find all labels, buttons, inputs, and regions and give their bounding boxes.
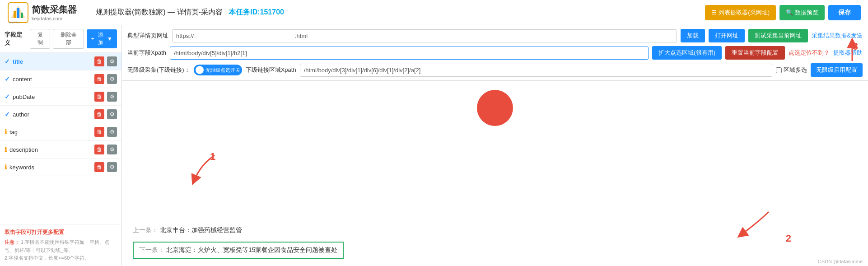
collect-result-link[interactable]: 采集结果数据&发送	[812, 32, 863, 40]
field-delete-tag[interactable]: 🗑	[94, 127, 104, 137]
multi-select-checkbox-label[interactable]: 区域多选	[776, 66, 807, 74]
field-delete-pubdate[interactable]: 🗑	[94, 92, 104, 102]
arrow-1-svg	[187, 151, 224, 187]
sidebar-label: 字段定义	[5, 31, 27, 47]
field-name-description: description	[9, 146, 92, 153]
list-icon: ☰	[711, 9, 717, 16]
unlimited-label: 无限级采集(下级链接)：	[127, 66, 190, 74]
field-list: ✓ title 🗑 ⚙ ✓ content 🗑 ⚙ ✓ pubDate 🗑 ⚙	[0, 53, 121, 224]
load-button[interactable]: 加载	[681, 29, 705, 42]
search-icon: 🔍	[786, 9, 793, 16]
field-delete-keywords[interactable]: 🗑	[94, 162, 104, 172]
delete-all-button[interactable]: 删除全部	[53, 29, 84, 49]
field-item-tag[interactable]: ℹ tag 🗑 ⚙	[0, 123, 121, 141]
nav-next-label: 下一条：	[139, 246, 164, 253]
xpath-label: 当前字段Xpath	[127, 49, 166, 57]
page-title-text: 规则提取器(简数独家) — 详情页-采内容	[96, 8, 223, 16]
open-url-button[interactable]: 打开网址	[709, 29, 745, 42]
nav-next-text: 北京海淀：火炉火、宽板凳等15家餐企因食品安全问题被查处	[166, 246, 338, 253]
nav-prev-label: 上一条：	[133, 226, 158, 233]
field-item-title[interactable]: ✓ title 🗑 ⚙	[0, 53, 121, 70]
page-title: 规则提取器(简数独家) — 详情页-采内容 本任务ID:151700	[96, 8, 698, 17]
sidebar-notes: 双击字段可打开更多配置 注意： 1.字段名不能使用特殊字符如：空格、点号、斜杆/…	[0, 224, 121, 266]
url-row: 典型详情页网址 加载 打开网址 测试采集当前网址 采集结果数据&发送	[127, 29, 863, 42]
field-config-content[interactable]: ⚙	[107, 74, 117, 84]
expand-button[interactable]: 扩大点选区域(很有用)	[652, 46, 722, 60]
url-label: 典型详情页网址	[127, 32, 168, 40]
logo-area: keydatas 简数采集器 keydatas.com	[7, 2, 89, 23]
field-config-author[interactable]: ⚙	[107, 109, 117, 119]
red-circle-decoration	[477, 90, 513, 126]
svg-rect-5	[21, 13, 23, 18]
content-area: 典型详情页网址 加载 打开网址 测试采集当前网址 采集结果数据&发送 当前字段X…	[122, 25, 868, 266]
toggle-knob	[196, 66, 204, 74]
field-name-content: content	[13, 76, 92, 83]
sidebar-toolbar: 字段定义 复制 删除全部 + 添加 ▼	[0, 25, 121, 53]
field-delete-title[interactable]: 🗑	[94, 56, 104, 66]
field-check-keywords: ℹ	[5, 163, 7, 171]
sub-xpath-input[interactable]	[300, 64, 772, 77]
field-check-author: ✓	[5, 111, 10, 118]
field-item-description[interactable]: ℹ description 🗑 ⚙	[0, 141, 121, 159]
field-config-title[interactable]: ⚙	[107, 56, 117, 66]
list-extract-button[interactable]: ☰ 列表提取器(采网址)	[705, 5, 776, 20]
note-line1: 注意： 1.字段名不能使用特殊字符如：空格、点号、斜杆/等；可以下划线_等。	[5, 238, 117, 254]
sidebar: 字段定义 复制 删除全部 + 添加 ▼ ✓ title 🗑 ⚙ ✓ conten…	[0, 25, 122, 266]
preview-area: 1 2 上一条： 北京丰台：加强药械经营监管 下一条：	[122, 81, 868, 266]
logo-icon: keydatas	[7, 2, 29, 23]
unlimited-row: 无限级采集(下级链接)： 无限级点选开关 下级链接区域Xpath 区域多选 无限…	[127, 63, 863, 77]
extractor-help-link[interactable]: 提取器帮助	[833, 49, 863, 57]
logo-text-area: 简数采集器 keydatas.com	[32, 4, 77, 21]
unlimited-toggle[interactable]: 无限级点选开关	[194, 65, 242, 75]
field-check-tag: ℹ	[5, 128, 7, 135]
save-button[interactable]: 保存	[828, 5, 861, 20]
controls-bar: 典型详情页网址 加载 打开网址 测试采集当前网址 采集结果数据&发送 当前字段X…	[122, 25, 868, 81]
nav-links: 上一条： 北京丰台：加强药械经营监管 下一条： 北京海淀：火炉火、宽板凳等15家…	[122, 217, 868, 266]
field-config-pubdate[interactable]: ⚙	[107, 92, 117, 102]
svg-rect-3	[14, 11, 16, 18]
data-preview-button[interactable]: 🔍 数据预览	[779, 5, 825, 20]
test-collect-button[interactable]: 测试采集当前网址	[748, 29, 808, 42]
nav-next: 下一条： 北京海淀：火炉火、宽板凳等15家餐企因食品安全问题被查处	[133, 242, 344, 259]
field-item-pubdate[interactable]: ✓ pubDate 🗑 ⚙	[0, 88, 121, 106]
note-dblclick: 双击字段可打开更多配置	[5, 228, 117, 237]
sub-xpath-label: 下级链接区域Xpath	[246, 66, 296, 74]
field-config-description[interactable]: ⚙	[107, 145, 117, 154]
field-item-content[interactable]: ✓ content 🗑 ⚙	[0, 70, 121, 88]
field-delete-description[interactable]: 🗑	[94, 145, 104, 154]
field-config-tag[interactable]: ⚙	[107, 127, 117, 137]
header-buttons: ☰ 列表提取器(采网址) 🔍 数据预览 保存	[705, 5, 861, 20]
field-config-keywords[interactable]: ⚙	[107, 162, 117, 172]
header: keydatas 简数采集器 keydatas.com 规则提取器(简数独家) …	[0, 0, 868, 25]
url-input[interactable]	[172, 29, 677, 42]
field-name-tag: tag	[9, 129, 92, 135]
xpath-input[interactable]	[170, 47, 649, 60]
copy-button[interactable]: 复制	[30, 29, 50, 49]
apply-unlimited-button[interactable]: 无限级启用配置	[811, 63, 863, 77]
field-name-pubdate: pubDate	[13, 93, 92, 100]
note-line2: 2.字段名支持中文，长度<=60个字符。	[5, 254, 117, 262]
field-item-keywords[interactable]: ℹ keywords 🗑 ⚙	[0, 159, 121, 176]
logo-subtitle: keydatas.com	[32, 16, 77, 21]
field-delete-author[interactable]: 🗑	[94, 109, 104, 119]
xpath-row: 当前字段Xpath 扩大点选区域(很有用) 重置当前字段配置 点选定位不到？ 提…	[127, 46, 863, 60]
annotation-1: 1	[210, 151, 215, 163]
main-layout: 字段定义 复制 删除全部 + 添加 ▼ ✓ title 🗑 ⚙ ✓ conten…	[0, 25, 868, 266]
nav-prev-text: 北京丰台：加强药械经营监管	[160, 226, 242, 233]
field-check-description: ℹ	[5, 146, 7, 153]
nav-prev: 上一条： 北京丰台：加强药械经营监管	[133, 224, 857, 236]
locate-link[interactable]: 点选定位不到？	[789, 49, 830, 57]
multi-select-label: 区域多选	[784, 66, 807, 74]
field-item-author[interactable]: ✓ author 🗑 ⚙	[0, 106, 121, 123]
reset-button[interactable]: 重置当前字段配置	[725, 46, 785, 60]
svg-text:keydatas: keydatas	[9, 21, 20, 23]
field-delete-content[interactable]: 🗑	[94, 74, 104, 84]
field-check-pubdate: ✓	[5, 93, 10, 100]
field-name-title: title	[13, 58, 92, 65]
add-button[interactable]: + 添加 ▼	[87, 29, 117, 48]
watermark: CSDN @datascome	[818, 259, 863, 264]
toggle-text: 无限级点选开关	[205, 67, 240, 74]
annotation-3: 3	[853, 41, 858, 52]
multi-select-checkbox[interactable]	[776, 67, 782, 73]
field-name-keywords: keywords	[9, 164, 92, 171]
